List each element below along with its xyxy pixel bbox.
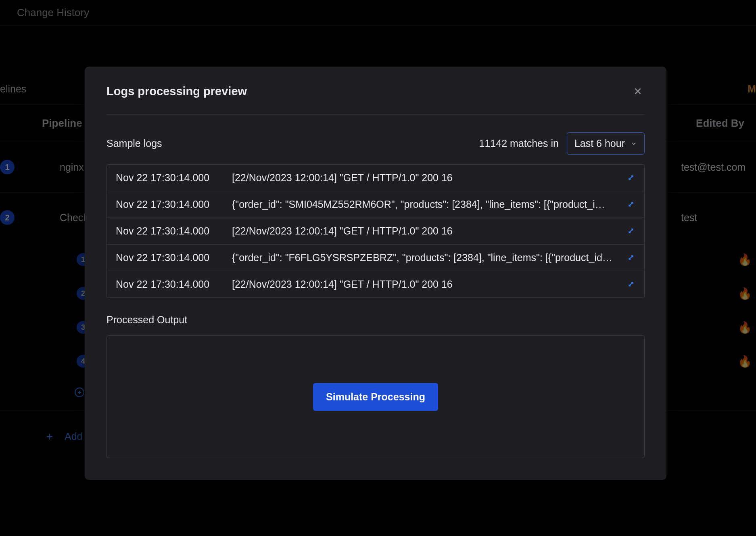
modal-title: Logs processing preview (107, 85, 247, 98)
log-row[interactable]: Nov 22 17:30:14.000 [22/Nov/2023 12:00:1… (107, 271, 644, 297)
sample-logs-header: Sample logs 11142 matches in Last 6 hour (107, 132, 645, 155)
sample-logs-table: Nov 22 17:30:14.000 [22/Nov/2023 12:00:1… (107, 164, 645, 298)
simulate-processing-button[interactable]: Simulate Processing (313, 383, 438, 411)
processed-output-box: Simulate Processing (107, 335, 645, 458)
close-button[interactable] (631, 84, 645, 98)
svg-line-7 (629, 176, 633, 179)
sample-logs-label: Sample logs (107, 138, 162, 149)
log-timestamp: Nov 22 17:30:14.000 (116, 172, 222, 184)
match-count: 11142 (479, 138, 507, 149)
log-message: [22/Nov/2023 12:00:14] "GET / HTTP/1.0" … (232, 172, 635, 184)
log-row[interactable]: Nov 22 17:30:14.000 [22/Nov/2023 12:00:1… (107, 218, 644, 245)
svg-line-9 (629, 229, 633, 232)
chevron-down-icon (631, 140, 637, 147)
svg-line-8 (629, 202, 633, 206)
expand-icon[interactable] (627, 174, 635, 182)
log-row[interactable]: Nov 22 17:30:14.000 [22/Nov/2023 12:00:1… (107, 165, 644, 191)
time-range-value: Last 6 hour (574, 138, 625, 149)
logs-preview-modal: Logs processing preview Sample logs 1114… (85, 67, 666, 480)
log-timestamp: Nov 22 17:30:14.000 (116, 225, 222, 237)
expand-icon[interactable] (627, 254, 635, 262)
expand-icon[interactable] (627, 227, 635, 235)
modal-header: Logs processing preview (107, 84, 645, 115)
svg-line-11 (629, 282, 633, 286)
log-message: [22/Nov/2023 12:00:14] "GET / HTTP/1.0" … (232, 225, 635, 237)
match-suffix: matches in (510, 138, 559, 149)
log-message: {"order_id": "SMI045MZ552RM6OR", "produc… (232, 199, 635, 210)
log-timestamp: Nov 22 17:30:14.000 (116, 252, 222, 264)
expand-icon[interactable] (627, 281, 635, 289)
log-row[interactable]: Nov 22 17:30:14.000 {"order_id": "F6FLG5… (107, 245, 644, 271)
log-timestamp: Nov 22 17:30:14.000 (116, 199, 222, 210)
svg-line-10 (629, 255, 633, 259)
processed-output-label: Processed Output (107, 314, 645, 326)
log-message: {"order_id": "F6FLG5YSRSPZEBRZ", "produc… (232, 252, 635, 264)
time-range-select[interactable]: Last 6 hour (567, 132, 645, 155)
log-message: [22/Nov/2023 12:00:14] "GET / HTTP/1.0" … (232, 278, 635, 290)
log-timestamp: Nov 22 17:30:14.000 (116, 278, 222, 290)
matches-info: 11142 matches in Last 6 hour (479, 132, 645, 155)
expand-icon[interactable] (627, 201, 635, 209)
log-row[interactable]: Nov 22 17:30:14.000 {"order_id": "SMI045… (107, 191, 644, 218)
